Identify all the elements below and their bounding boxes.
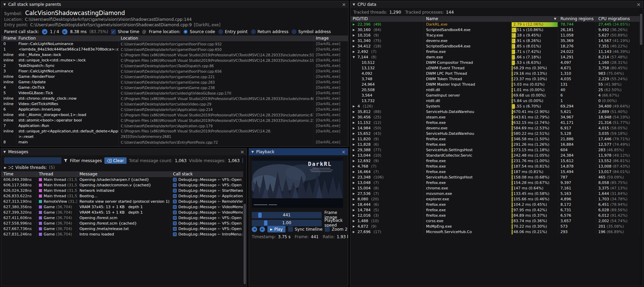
close-icon[interactable]: × [342, 2, 346, 7]
cpu-row[interactable]: 13,132uDWM Event Thread68.29 ms (0.30%)4… [351, 66, 640, 71]
cpu-row[interactable]: ▶30,160 (84)ScriptedSandbox64.exe2.51 s … [351, 27, 640, 33]
cpu-row[interactable]: ▶14,984 (50)devenv.exe584.69 ms (2.53%)6… [351, 126, 640, 131]
tree-collapsed-icon[interactable]: ▶ [353, 44, 356, 49]
callstack-frame-row[interactable]: 6Application::InnerLoopC:\Users\wolf\Des… [1, 107, 348, 112]
callstack-button-icon[interactable] [173, 216, 177, 220]
tree-collapsed-icon[interactable]: ▶ [353, 153, 356, 158]
tree-collapsed-icon[interactable]: ▶ [353, 158, 356, 164]
message-row[interactable]: 627,558,996nsGame (36,704)Opening /fores… [1, 221, 243, 226]
tree-collapsed-icon[interactable]: ▶ [353, 120, 356, 126]
callstack-frame-row[interactable]: inlinestd::atomic<bool>::operator boolC:… [1, 118, 348, 123]
next-frame-button[interactable]: ▶ [260, 227, 265, 232]
cpu-row[interactable]: ▶14,784 (5)firefox.exe97.95 ms (0.42%)6,… [351, 207, 640, 213]
column-header-callstack[interactable]: Call stack [171, 171, 246, 177]
callstack-button-icon[interactable] [173, 227, 177, 231]
callstack-frame-row[interactable]: 2TaskDispatch::SyncC:\Users\wolf\Desktop… [1, 63, 348, 69]
playback-titlebar[interactable]: ▼ Playback × [249, 148, 348, 155]
tree-collapsed-icon[interactable]: ▶ [353, 49, 356, 55]
tree-collapsed-icon[interactable]: ▶ [353, 33, 356, 38]
column-header-message[interactable]: Message [77, 171, 171, 177]
column-header-time[interactable]: Time [1, 171, 37, 177]
callstack-button-icon[interactable] [173, 178, 177, 182]
cpu-row[interactable]: ▶13,044 (10)StandardCollector.Servic242.… [351, 153, 640, 158]
tree-collapsed-icon[interactable]: ▶ [353, 22, 356, 27]
cpu-row[interactable]: 4,092DWM LPC Port Thread29.16 ms (0.13%)… [351, 71, 640, 76]
tree-collapsed-icon[interactable]: ▶ [353, 126, 356, 131]
callstack-frame-row[interactable]: 8mainC:\Users\wolf\Desktop\darkrl\src\En… [1, 140, 348, 145]
message-row[interactable]: 627,380,356nsGame (36,704)VRAM 37x45: 13… [1, 204, 243, 210]
tree-collapsed-icon[interactable]: ▶ [353, 191, 356, 197]
column-header-image[interactable]: Image [314, 35, 348, 41]
close-icon[interactable]: × [636, 2, 641, 7]
tree-collapsed-icon[interactable]: ▶ [353, 164, 356, 169]
tree-collapsed-icon[interactable]: ▶ [353, 218, 356, 224]
previous-frame-button[interactable]: ◀ [252, 227, 257, 232]
cpu-row[interactable]: ▶10,316 (9)Tracy.exe2.18 s (9.45%)11,058… [351, 33, 640, 38]
sync-timeline-checkbox[interactable]: Sync timeline [288, 227, 323, 232]
play-button[interactable]: ▶ Play [267, 226, 286, 232]
cpu-row[interactable]: ▶4,872 (9)MsMpEng.exe70.22 ms (0.30%)573… [351, 224, 640, 229]
collapse-icon[interactable]: ▼ [3, 3, 6, 6]
callstack-frame-row[interactable]: 5VideoGLBase::TickC:\Users\wolf\Desktop\… [1, 90, 348, 96]
column-header-frame[interactable]: Frame [1, 35, 16, 41]
callstack-frame-row[interactable]: inlinestd::unique_ptr<Application,std::d… [1, 129, 348, 140]
cpu-row[interactable]: ▶34,412 (18)ScriptedSandbox64.exe1.85 s … [351, 44, 640, 49]
cpu-row[interactable]: 10,512DWM Compositor Thread1.53 s (6.63%… [351, 60, 640, 66]
cpu-row[interactable]: ▶11,828 (6)firefox.exe291.26 ms (1.26%)1… [351, 142, 640, 147]
cpu-row[interactable]: ▶15,004 (8)chrome.exe147 ms (0.64%)7,161… [351, 186, 640, 191]
cpu-row[interactable]: ▶23,348 (106)ServiceHub.SettingsHost158.… [351, 175, 640, 180]
tree-collapsed-icon[interactable]: ▶ [353, 213, 356, 218]
tree-collapsed-icon[interactable]: ▶ [353, 27, 356, 33]
frame-location-radio[interactable]: Entry point [218, 29, 247, 34]
next-parent-button[interactable]: ▶ [62, 29, 68, 34]
callstack-frame-row[interactable]: inlineinvoke_maind:\agent\_work\63\s\src… [1, 145, 348, 146]
callstack-frame-row[interactable]: inlinestd::_Atomic_storage<bool,1>::load… [1, 112, 348, 118]
message-row[interactable]: 626,833,622nsMain thread (31,596)Booting… [1, 193, 243, 199]
collapse-icon[interactable]: ▼ [353, 3, 355, 6]
message-row[interactable]: 626,024,328nsMain thread (31,596)Network… [1, 188, 243, 193]
frame-image-slider[interactable]: 441 [252, 212, 322, 218]
cpu-row[interactable]: ▶4,768 (7)firefox.exe187.54 ms (0.81%)14… [351, 164, 640, 169]
tree-collapsed-icon[interactable]: ▶ [353, 131, 356, 137]
cpu-row[interactable]: ▶12,692 (9)firefox.exe231.76 ms (1.00%)1… [351, 158, 640, 164]
callstack-frame-row[interactable]: inlineVideo::GetTicksHiResC:\Users\wolf\… [1, 101, 348, 107]
callstack-frame-row[interactable]: 1<lambda_84a19dc444fae966ca174e83e708bdc… [1, 47, 348, 52]
tree-collapsed-icon[interactable]: ▶ [353, 186, 356, 191]
callstack-button-icon[interactable] [173, 205, 177, 209]
tree-collapsed-icon[interactable]: ▶ [353, 147, 356, 153]
cpu-row[interactable]: ▶13,048 (7)firefox.exe154.28 ms (0.67%)9… [351, 180, 640, 186]
tree-expanded-icon[interactable]: ▼ [353, 55, 356, 60]
tree-collapsed-icon[interactable]: ▶ [353, 175, 356, 180]
cpu-row[interactable]: ▶27,536 (7)msvsmon.exe133.45 ms (0.58%)5… [351, 191, 640, 197]
cpu-row[interactable]: 13,732ntdll.dll5.84 us (0.00%)10 (0.00%) [351, 98, 640, 104]
cpu-row[interactable]: ▶22,396 (49)DarkRL.exe2.79 s (12.06%)78,… [351, 22, 640, 27]
cpu-row[interactable]: ▶35,812 (88)ServiceHub.DataWarehou670.41… [351, 109, 640, 115]
tree-collapsed-icon[interactable]: ▶ [4, 166, 6, 169]
tree-collapsed-icon[interactable]: ▶ [353, 169, 356, 175]
column-header-running-regions[interactable]: Running regions [558, 16, 596, 22]
close-icon[interactable]: × [341, 149, 346, 154]
column-header-thread[interactable]: Thread [37, 171, 77, 177]
cpu-row[interactable]: ▶18,444 (6)firefox.exe104.2 ms (0.45%)8,… [351, 202, 640, 207]
column-header-name[interactable]: Name [424, 16, 511, 22]
message-row[interactable]: 627,667,736nsGame (36,704)Opening /meta/… [1, 226, 243, 232]
column-header-running-time[interactable]: Running time ▼ [511, 16, 558, 22]
cpu-row[interactable]: ▶11,820 (9)firefox.exe346.58 ms (1.50%)2… [351, 137, 640, 142]
tree-collapsed-icon[interactable]: ▶ [353, 38, 356, 44]
cpu-row[interactable]: ▶8,080 (20)explorer.exe105.66 ms (0.46%)… [351, 197, 640, 202]
collapse-icon[interactable]: ▼ [251, 150, 254, 154]
callstack-frame-row[interactable]: inlineGame::RenderFloorC:\Users\wolf\Des… [1, 74, 348, 80]
callstack-frame-row[interactable]: inlinestd::unique_lock<std::mutex>::lock… [1, 58, 348, 63]
message-row[interactable]: 606,049,398nsMain thread (31,596)Opening… [1, 177, 243, 183]
collapse-icon[interactable]: ▼ [3, 150, 6, 154]
tree-collapsed-icon[interactable]: ▶ [353, 180, 356, 186]
callstack-frame-row[interactable]: 7Application::RunC:\Users\wolf\Desktop\d… [1, 123, 348, 129]
cpu-row[interactable]: ▶29,388 (77)ServiceHub.SettingsHost273.1… [351, 147, 640, 153]
column-header-cpu-migrations[interactable]: CPU migrations [596, 16, 640, 22]
message-row[interactable]: 606,117,568nsMain thread (31,596)Opening… [1, 183, 243, 188]
callstack-button-icon[interactable] [173, 189, 177, 192]
callstack-button-icon[interactable] [173, 211, 177, 214]
tree-collapsed-icon[interactable]: ▶ [353, 207, 356, 213]
tree-collapsed-icon[interactable]: ▶ [353, 202, 356, 207]
tree-collapsed-icon[interactable]: ▶ [353, 115, 356, 120]
